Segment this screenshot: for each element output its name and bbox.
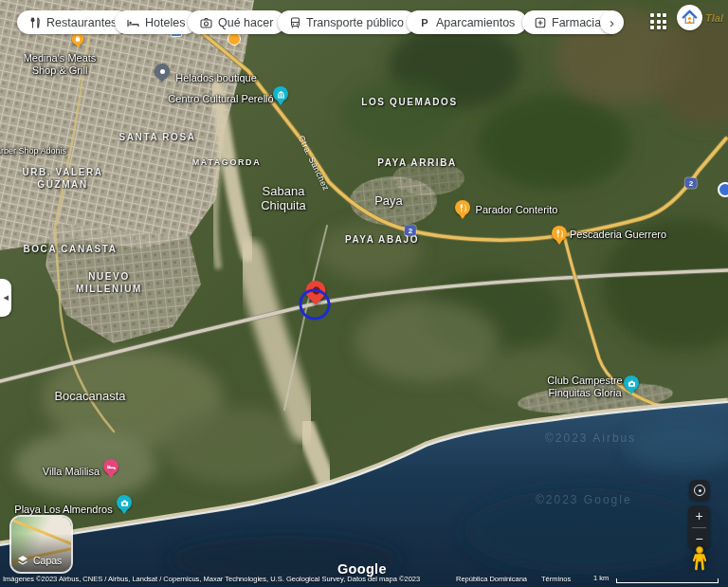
camera-icon [200,17,212,28]
satellite-map-canvas[interactable] [0,0,728,587]
imagery-attribution: Imágenes ©2023 Airbus, CNES / Airbus, La… [3,575,420,583]
svg-text:P: P [421,17,428,28]
site-logo-text: Tlal [705,12,723,24]
chip-label: Qué hacer [218,16,273,29]
camera-icon [628,379,636,388]
shopping-bag-icon [75,36,82,43]
pin-dot-icon [160,69,165,74]
chevron-left-icon: ◂ [3,291,9,303]
camera-icon [120,499,129,507]
scale-bar [616,578,719,583]
collapse-panel-arrow-button[interactable]: ◂ [0,279,11,317]
utensils-icon [29,17,41,28]
google-apps-grid-icon[interactable] [650,13,666,29]
pharmacy-icon [535,17,546,28]
restaurant-pin-pescaderia[interactable] [552,226,567,241]
restaurant-pin-parador[interactable] [455,200,470,215]
attraction-pin-club-campestre[interactable] [624,376,639,391]
generic-pin-helados[interactable] [155,64,170,79]
shopping-pin-medinas[interactable] [72,33,84,46]
chip-label: Hoteles [145,16,185,29]
scale-label: 1 km [593,574,609,582]
house-logo-icon [677,5,702,30]
category-chip-hoteles[interactable]: Hoteles [115,10,197,34]
zoom-control: + − [688,505,710,549]
site-logo: Tlal [677,5,723,30]
category-chip-aparcamientos[interactable]: P Aparcamientos [407,10,527,34]
zoom-in-button[interactable]: + [688,505,710,527]
pegman-street-view[interactable] [691,545,708,576]
museum-pin-centro-cultural[interactable] [273,86,288,101]
chip-label: Aparcamientos [436,16,515,29]
route-2-shield: 2 [405,226,416,236]
saved-place-blue-marker[interactable] [718,182,728,197]
lodging-pin-villa-malilisa[interactable] [103,459,118,474]
museum-icon [277,90,285,99]
fork-knife-icon [555,229,564,238]
chip-label: Restaurantes [46,16,117,29]
bed-icon [107,463,116,471]
layers-button[interactable]: Capas [11,517,71,572]
category-chip-que-hacer[interactable]: Qué hacer [188,10,285,34]
layers-icon [17,555,28,566]
parking-icon: P [419,17,430,28]
fork-knife-icon [459,204,467,212]
region-link[interactable]: República Dominicana [456,575,527,583]
google-maps-satellite-view: ©2023 Airbus ©2023 Google Medina's Meats… [0,0,728,587]
more-categories-button[interactable]: › [600,10,624,34]
my-location-icon [694,485,705,496]
transit-icon [290,17,300,28]
layers-label: Capas [33,555,62,566]
attraction-pin-playa-almendros[interactable] [117,495,132,510]
terms-link[interactable]: Términos [541,575,571,583]
mini-yellow-marker[interactable] [228,32,241,46]
route-2-shield: 2 [685,178,697,189]
category-chip-restaurantes[interactable]: Restaurantes [17,10,129,34]
bed-icon [127,17,139,28]
chip-label: Farmacias [552,16,607,29]
category-chip-transporte-publico[interactable]: Transporte público [278,10,416,34]
pegman-icon [691,545,708,572]
my-location-button[interactable] [689,480,710,501]
chip-label: Transporte público [306,16,404,29]
